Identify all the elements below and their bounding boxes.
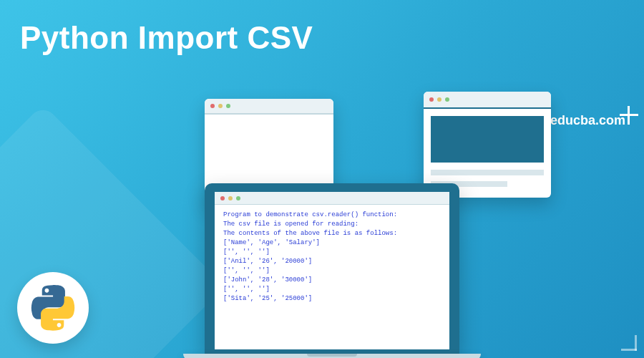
- python-logo-badge: [17, 272, 89, 344]
- laptop-frame: Program to demonstrate csv.reader() func…: [205, 183, 459, 354]
- maximize-dot-icon: [236, 196, 240, 200]
- close-dot-icon: [210, 104, 215, 108]
- code-line: ['John', '28', '30000']: [223, 276, 441, 285]
- laptop-screen: Program to demonstrate csv.reader() func…: [215, 192, 449, 349]
- page-title: Python Import CSV: [20, 20, 313, 56]
- laptop-illustration: Program to demonstrate csv.reader() func…: [205, 183, 459, 358]
- code-line: ['', '', '']: [223, 285, 441, 294]
- code-line: ['', '', '']: [223, 248, 441, 257]
- code-line: ['Sita', '25', '25000']: [223, 294, 441, 304]
- python-logo-icon: [30, 285, 76, 331]
- plus-decoration-icon: [620, 106, 638, 125]
- code-line: The csv file is opened for reading:: [223, 220, 441, 229]
- close-dot-icon: [220, 196, 225, 200]
- minimize-dot-icon: [218, 104, 223, 108]
- minimize-dot-icon: [228, 196, 233, 200]
- placeholder-line: [431, 170, 544, 175]
- code-line: The contents of the above file is as fol…: [223, 229, 441, 238]
- window-titlebar: [205, 99, 333, 115]
- content-rectangle: [431, 116, 544, 163]
- laptop-base: [183, 354, 481, 358]
- corner-decoration-icon: [621, 335, 637, 351]
- maximize-dot-icon: [226, 104, 230, 108]
- window-titlebar: [215, 192, 449, 205]
- code-line: ['Name', 'Age', 'Salary']: [223, 238, 441, 248]
- minimize-dot-icon: [437, 97, 441, 102]
- close-dot-icon: [429, 97, 434, 102]
- code-line: Program to demonstrate csv.reader() func…: [223, 211, 441, 220]
- maximize-dot-icon: [445, 97, 449, 102]
- window-titlebar: [424, 92, 551, 109]
- code-line: ['Anil', '26', '20000']: [223, 257, 441, 266]
- code-line: ['', '', '']: [223, 266, 441, 276]
- browser-window-right: [424, 92, 551, 198]
